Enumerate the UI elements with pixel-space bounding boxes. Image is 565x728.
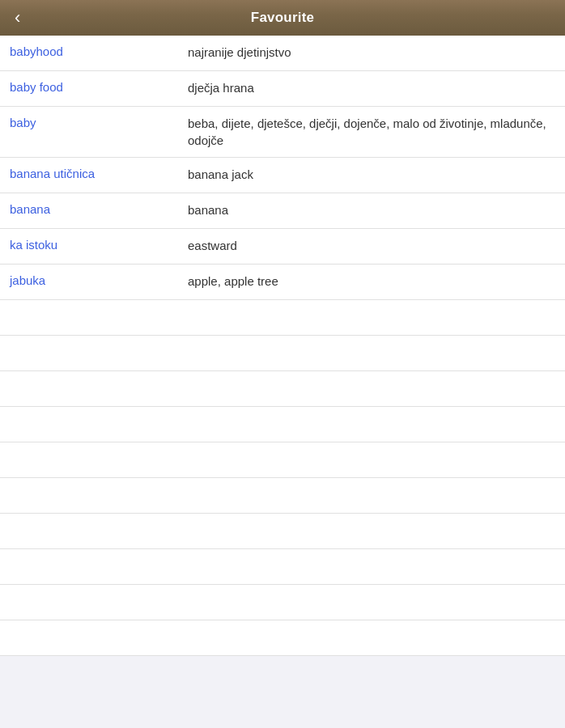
entry-definition: apple, apple tree — [188, 273, 555, 290]
entry-definition: beba, dijete, djetešce, dječji, dojenče,… — [188, 115, 555, 149]
page-title: Favourite — [251, 10, 314, 26]
table-row: banana utičnicabanana jack — [0, 158, 565, 193]
empty-row — [0, 300, 565, 336]
table-row: ka istokueastward — [0, 229, 565, 265]
entry-definition: najranije djetinjstvo — [188, 44, 555, 61]
empty-row — [0, 620, 565, 656]
entry-term[interactable]: ka istoku — [10, 237, 188, 252]
empty-row — [0, 549, 565, 585]
back-chevron-icon: ‹ — [15, 9, 20, 27]
back-button[interactable]: ‹ — [8, 6, 27, 30]
empty-row — [0, 336, 565, 371]
empty-row — [0, 514, 565, 549]
edit-button[interactable] — [542, 6, 555, 30]
entry-term[interactable]: jabuka — [10, 273, 188, 287]
entry-term[interactable]: baby food — [10, 79, 188, 94]
entry-term[interactable]: babyhood — [10, 44, 188, 58]
table-row: babyhoodnajranije djetinjstvo — [0, 36, 565, 71]
empty-rows-section — [0, 300, 565, 656]
entry-term[interactable]: banana — [10, 201, 188, 216]
table-row: bananabanana — [0, 193, 565, 229]
table-row: baby fooddječja hrana — [0, 71, 565, 107]
table-row: babybeba, dijete, djetešce, dječji, doje… — [0, 107, 565, 158]
empty-row — [0, 478, 565, 514]
entry-definition: banana jack — [188, 166, 555, 183]
header: ‹ Favourite — [0, 0, 565, 36]
entries-table: babyhoodnajranije djetinjstvobaby fooddj… — [0, 36, 565, 300]
entry-definition: banana — [188, 201, 555, 218]
entry-term[interactable]: banana utičnica — [10, 166, 188, 180]
entry-definition: eastward — [188, 237, 555, 254]
table-row: jabukaapple, apple tree — [0, 265, 565, 300]
empty-row — [0, 585, 565, 620]
empty-row — [0, 407, 565, 442]
empty-row — [0, 442, 565, 478]
empty-row — [0, 371, 565, 407]
entry-definition: dječja hrana — [188, 79, 555, 96]
entry-term[interactable]: baby — [10, 115, 188, 129]
